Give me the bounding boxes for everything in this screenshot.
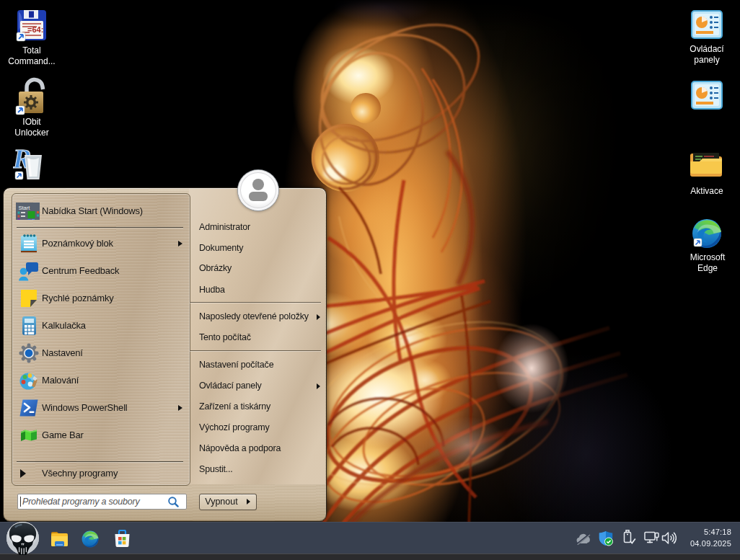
- svg-text:Start: Start: [19, 205, 31, 211]
- svg-text:=64:: =64:: [27, 25, 43, 34]
